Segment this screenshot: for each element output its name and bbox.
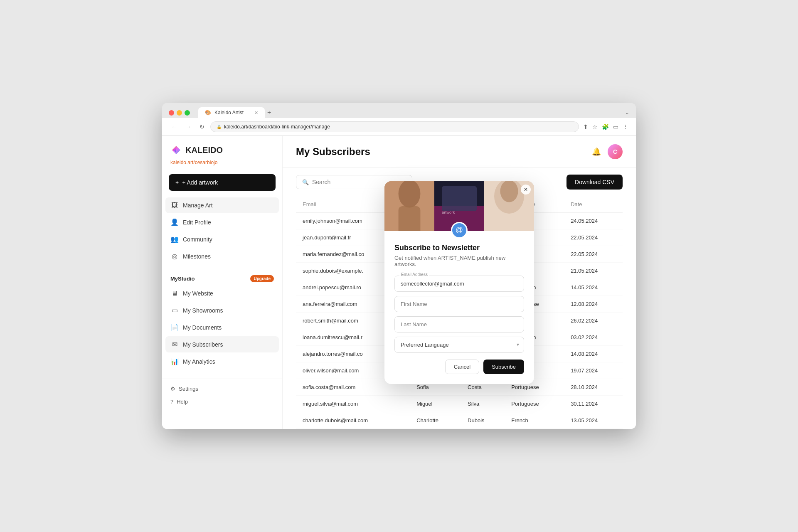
svg-point-10 [500,181,518,202]
col-date: Date [564,196,623,213]
help-nav-item[interactable]: ? Help [165,395,279,408]
cell-lastname: Dubois [461,412,505,429]
modal-subtitle: Get notified when ARTIST_NAME publish ne… [394,255,524,267]
cell-date: 22.05.2024 [564,246,623,263]
address-bar[interactable]: 🔒 kaleido.art/dashboard/bio-link-manager… [210,121,579,132]
sidebar-item-my-showrooms[interactable]: ▭ My Showrooms [165,302,279,318]
cell-date: 14.08.2024 [564,346,623,362]
minimize-traffic-light[interactable] [177,110,182,116]
my-analytics-icon: 📊 [170,357,179,365]
site-link[interactable]: kaleido.art/cesarbiojo [170,160,217,165]
browser-tab[interactable]: 🎨 Kaleido Artist ✕ [198,107,265,118]
email-input[interactable] [394,276,524,292]
menu-icon[interactable]: ⋮ [622,123,629,131]
modal-actions: Cancel Subscribe [394,360,524,374]
sidebar-item-community-label: Community [183,236,212,243]
app-layout: KALEIDO kaleido.art/cesarbiojo + + Add a… [162,136,636,429]
forward-button[interactable]: → [183,122,194,132]
my-website-icon: 🖥 [170,290,179,297]
bookmark-icon[interactable]: ☆ [591,123,598,131]
sidebar-header: KALEIDO kaleido.art/cesarbiojo [162,136,282,171]
logo-text: KALEIDO [185,145,223,155]
mystudio-section: MyStudio Upgrade 🖥 My Website ▭ My Showr… [162,272,282,370]
email-badge-icon: @ [451,222,468,239]
subscribe-modal: artwork ✕ @ [384,181,534,384]
sidebar-item-community[interactable]: 👥 Community [165,231,279,247]
upgrade-badge[interactable]: Upgrade [250,275,274,282]
cell-email: charlotte.dubois@mail.com [296,412,410,429]
tab-bar: 🎨 Kaleido Artist ✕ + [198,107,622,118]
email-field-wrapper: Email Address [394,276,524,292]
extensions-icon[interactable]: 🧩 [601,123,610,131]
new-tab-button[interactable]: + [267,109,271,116]
cell-language: French [505,412,564,429]
mystudio-label: MyStudio [170,276,195,282]
browser-toolbar-actions: ⬆ ☆ 🧩 ▭ ⋮ [582,123,629,131]
sidebar-item-edit-profile[interactable]: 👤 Edit Profile [165,214,279,230]
edit-profile-icon: 👤 [170,218,179,226]
browser-window: 🎨 Kaleido Artist ✕ + ⌄ ← → ↻ 🔒 kaleido.a… [162,103,636,429]
sidebar-item-my-subscribers[interactable]: ✉ My Subscribers [165,336,279,352]
logo: KALEIDO [170,144,274,156]
cell-date: 30.11.2024 [564,396,623,412]
last-name-field-wrapper [394,316,524,332]
cell-date: 22.05.2024 [564,229,623,246]
settings-label: Settings [179,386,198,392]
language-field-wrapper: Preferred Language English French Spanis… [394,337,524,353]
svg-rect-2 [399,206,421,231]
language-select[interactable]: Preferred Language English French Spanis… [394,337,524,353]
my-documents-icon: 📄 [170,323,179,331]
svg-point-1 [399,181,421,208]
cell-language: Portuguese [505,396,564,412]
my-subscribers-icon: ✉ [170,340,179,348]
sidebar-item-milestones[interactable]: ◎ Milestones [165,248,279,264]
share-icon[interactable]: ⬆ [582,123,589,131]
manage-art-icon: 🖼 [170,202,179,209]
avatar[interactable]: C [608,144,623,159]
first-name-input[interactable] [394,296,524,312]
sidebar-item-manage-art[interactable]: 🖼 Manage Art [165,197,279,213]
notification-button[interactable]: 🔔 [590,145,603,158]
help-icon: ? [170,399,173,405]
sidebar-item-milestones-label: Milestones [183,253,211,260]
header-actions: 🔔 C [590,144,623,159]
tab-close-button[interactable]: ✕ [254,110,258,116]
main-header: My Subscribers 🔔 C [283,136,636,168]
download-csv-button[interactable]: Download CSV [566,175,623,190]
maximize-traffic-light[interactable] [185,110,190,116]
modal-body: Subscribe to Newsletter Get notified whe… [384,231,534,384]
sidebar-item-my-website-label: My Website [183,290,213,297]
modal-close-button[interactable]: ✕ [521,185,531,195]
settings-icon: ⚙ [170,386,175,392]
close-traffic-light[interactable] [169,110,174,116]
reload-button[interactable]: ↻ [197,122,207,132]
cancel-button[interactable]: Cancel [445,360,479,374]
sidebar-toggle-icon[interactable]: ▭ [612,123,619,131]
traffic-lights [169,110,190,116]
settings-nav-item[interactable]: ⚙ Settings [165,382,279,395]
sidebar-footer: ⚙ Settings ? Help [162,379,282,411]
sidebar-item-my-analytics[interactable]: 📊 My Analytics [165,353,279,369]
sidebar-item-manage-art-label: Manage Art [183,202,213,209]
add-artwork-button[interactable]: + + Add artwork [169,174,276,191]
cell-date: 12.08.2024 [564,296,623,313]
modal-title: Subscribe to Newsletter [394,244,524,252]
add-artwork-label: + Add artwork [182,179,218,186]
cell-date: 19.07.2024 [564,362,623,379]
last-name-input[interactable] [394,316,524,332]
sidebar-item-my-website[interactable]: 🖥 My Website [165,286,279,301]
cell-date: 14.05.2024 [564,279,623,296]
logo-icon [170,144,182,156]
my-showrooms-icon: ▭ [170,306,179,314]
sidebar-item-odo-my-analytics-label: My Analytics [183,358,215,365]
cell-date: 24.05.2024 [564,213,623,229]
cell-date: 21.05.2024 [564,263,623,279]
email-label: Email Address [399,272,429,277]
url-text: kaleido.art/dashboard/bio-link-manager/m… [224,124,330,130]
subscribe-button[interactable]: Subscribe [483,360,524,374]
back-button[interactable]: ← [169,122,180,132]
search-icon: 🔍 [302,179,309,185]
sidebar-item-my-documents[interactable]: 📄 My Documents [165,319,279,335]
cell-date: 13.05.2024 [564,412,623,429]
first-name-field-wrapper [394,296,524,312]
